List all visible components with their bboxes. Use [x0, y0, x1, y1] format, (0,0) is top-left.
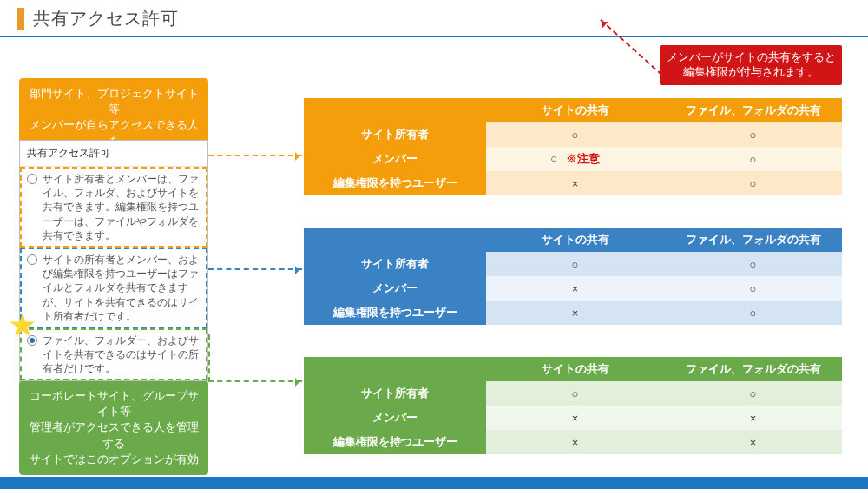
- col-file-share: ファイル、フォルダの共有: [664, 357, 842, 381]
- permissions-table-option1: サイトの共有 ファイル、フォルダの共有 サイト所有者 ○ ○ メンバー ○ ※注…: [304, 98, 842, 195]
- cell: ×: [486, 406, 664, 430]
- callout-option3: コーポレートサイト、グループサイト等管理者がアクセスできる人を管理するサイトでは…: [19, 380, 208, 475]
- col-site-share: サイトの共有: [486, 357, 664, 381]
- cell: ○: [486, 381, 664, 406]
- row-label: サイト所有者: [304, 252, 486, 276]
- permissions-table-option3: サイトの共有 ファイル、フォルダの共有 サイト所有者 ○ ○ メンバー × × …: [304, 357, 842, 454]
- table-row: メンバー × ○: [304, 276, 842, 301]
- col-file-share: ファイル、フォルダの共有: [664, 228, 842, 252]
- col-blank: [304, 98, 486, 122]
- row-label: 編集権限を持つユーザー: [304, 301, 486, 325]
- col-site-share: サイトの共有: [486, 228, 664, 252]
- warning-tag: ※注意: [566, 152, 600, 165]
- col-blank: [304, 228, 486, 252]
- cell: ○: [486, 252, 664, 276]
- option-text: サイトの所有者とメンバー、および編集権限を持つユーザーはファイルとフォルダを共有…: [43, 253, 201, 323]
- col-file-share: ファイル、フォルダの共有: [664, 98, 842, 122]
- cell: ○: [664, 171, 842, 195]
- cell: ○: [664, 122, 842, 147]
- cell: ×: [664, 406, 842, 430]
- cell: ○ ※注意: [486, 147, 664, 171]
- cell: ×: [486, 301, 664, 325]
- cell: ×: [486, 276, 664, 301]
- option-row-3[interactable]: ファイル、フォルダー、およびサイトを共有できるのはサイトの所有者だけです。: [20, 328, 207, 381]
- row-label: メンバー: [304, 406, 486, 430]
- row-label: サイト所有者: [304, 381, 486, 406]
- cell: ○: [664, 276, 842, 301]
- row-label: メンバー: [304, 276, 486, 301]
- slide-title: 共有アクセス許可: [33, 7, 179, 30]
- cell: ○: [664, 301, 842, 325]
- radio-icon[interactable]: [27, 335, 37, 346]
- cell: ○: [664, 381, 842, 406]
- option-row-2[interactable]: サイトの所有者とメンバー、および編集権限を持つユーザーはファイルとフォルダを共有…: [20, 248, 207, 328]
- sharing-options-panel: 共有アクセス許可 サイト所有者とメンバーは、ファイル、フォルダ、およびサイトを共…: [19, 140, 208, 381]
- cell: ×: [486, 430, 664, 454]
- footer-bar: [0, 477, 868, 489]
- title-underline: [0, 36, 868, 37]
- option-text: ファイル、フォルダー、およびサイトを共有できるのはサイトの所有者だけです。: [43, 334, 201, 376]
- cell: ○: [486, 122, 664, 147]
- permissions-table-option2: サイトの共有 ファイル、フォルダの共有 サイト所有者 ○ ○ メンバー × ○ …: [304, 228, 842, 325]
- radio-icon[interactable]: [27, 254, 37, 265]
- row-label: 編集権限を持つユーザー: [304, 430, 486, 454]
- table-row: 編集権限を持つユーザー × ○: [304, 171, 842, 195]
- cell: ○: [664, 252, 842, 276]
- table-row: メンバー ○ ※注意 ○: [304, 147, 842, 171]
- option-text: サイト所有者とメンバーは、ファイル、フォルダ、およびサイトを共有できます。編集権…: [43, 172, 201, 242]
- table-row: 編集権限を持つユーザー × ○: [304, 301, 842, 325]
- connector-orange-icon: [208, 155, 302, 156]
- radio-icon[interactable]: [27, 174, 37, 184]
- col-blank: [304, 357, 486, 381]
- table-row: サイト所有者 ○ ○: [304, 381, 842, 406]
- table-row: 編集権限を持つユーザー × ×: [304, 430, 842, 454]
- row-label: 編集権限を持つユーザー: [304, 171, 486, 195]
- table-row: メンバー × ×: [304, 406, 842, 430]
- cell: ×: [486, 171, 664, 195]
- cell-value: ○: [550, 152, 557, 165]
- table-row: サイト所有者 ○ ○: [304, 122, 842, 147]
- connector-blue-icon: [208, 268, 302, 270]
- table-row: サイト所有者 ○ ○: [304, 252, 842, 276]
- slide-title-bar: 共有アクセス許可: [0, 0, 868, 36]
- row-label: メンバー: [304, 147, 486, 171]
- col-site-share: サイトの共有: [486, 98, 664, 122]
- warning-callout: メンバーがサイトの共有をすると編集権限が付与されます。: [660, 45, 842, 85]
- row-label: サイト所有者: [304, 122, 486, 147]
- connector-green-icon: [208, 334, 302, 382]
- cell: ○: [664, 147, 842, 171]
- cell: ×: [664, 430, 842, 454]
- title-accent-icon: [17, 8, 24, 30]
- option-row-1[interactable]: サイト所有者とメンバーは、ファイル、フォルダ、およびサイトを共有できます。編集権…: [20, 167, 207, 248]
- panel-heading: 共有アクセス許可: [20, 141, 207, 167]
